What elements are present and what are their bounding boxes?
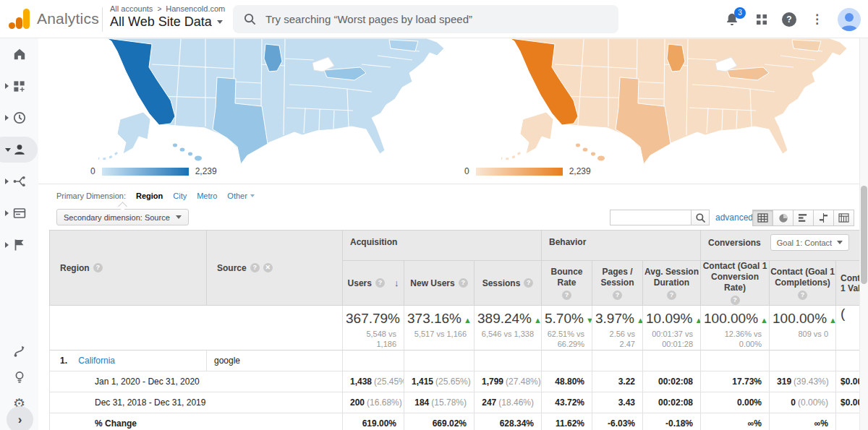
sidebar-item-realtime[interactable] [0,102,38,134]
expand-icon[interactable] [5,179,9,184]
column-header-bounce-rate[interactable]: Bounce Rate? [542,261,592,306]
help-tooltip-icon[interactable]: ? [375,278,385,288]
us-choropleth-orange[interactable] [454,38,853,165]
column-header-pages-session[interactable]: Pages / Session? [592,261,643,306]
column-header-source[interactable]: Source?✕ [207,231,343,306]
vertical-scrollbar[interactable] [859,38,868,430]
column-header-sessions[interactable]: Sessions? [475,261,542,306]
more-options-icon[interactable]: ⋮ [809,13,825,25]
remove-dimension-icon[interactable]: ✕ [263,263,273,272]
account-switcher[interactable]: All accounts > Hansencold.com All Web Si… [110,4,225,30]
help-tooltip-icon[interactable]: ? [459,278,468,288]
help-tooltip-icon[interactable]: ? [667,291,676,300]
help-tooltip-icon[interactable]: ? [250,263,260,272]
expand-icon[interactable] [5,115,9,121]
help-tooltip-icon[interactable]: ? [524,278,533,288]
analytics-logo[interactable]: Analytics [9,8,99,30]
sidebar-item-attribution[interactable] [0,338,38,364]
dimension-option-city[interactable]: City [173,192,187,200]
summary-pages-session: 3.97%▲2.56 vs 2.47 [592,306,643,351]
scrollbar-thumb[interactable] [861,186,867,284]
sidebar-nav: ⚙ › [0,38,38,430]
breadcrumb-site[interactable]: Hansencold.com [166,4,225,13]
column-header-avg-session-duration[interactable]: Avg. Session Duration? [643,261,701,306]
caret-down-icon [176,215,182,219]
help-tooltip-icon[interactable]: ? [798,291,807,300]
us-choropleth-blue[interactable] [51,38,450,165]
notifications-button[interactable]: 3 [724,11,741,28]
avatar[interactable] [838,8,861,31]
clock-icon [12,111,27,125]
chevron-right-icon: › [18,413,22,427]
breadcrumb-separator: > [157,5,161,13]
map-panel-period-comparison: 0 2,239 [454,38,853,184]
table-search-button[interactable] [691,210,710,225]
sidebar-item-behavior[interactable] [0,197,38,229]
dimension-option-metro[interactable]: Metro [197,192,217,200]
region-link-california[interactable]: California [78,356,115,366]
column-header-goal-conversion-rate[interactable]: Contact (Goal 1 Conversion Rate)? [701,261,770,306]
view-name[interactable]: All Web Site Data [110,14,212,30]
help-icon[interactable]: ? [782,12,796,27]
column-header-region[interactable]: Region? [50,231,207,306]
expand-icon[interactable] [5,242,9,248]
pivot-icon [838,213,849,223]
sidebar-item-audience[interactable] [0,134,38,165]
group-header-behavior: Behavior [542,231,701,261]
view-table-button[interactable] [752,210,773,226]
apps-grid-icon[interactable] [754,12,769,27]
sidebar-item-conversions[interactable] [0,229,38,261]
global-search[interactable] [233,5,618,33]
column-header-goal-completions[interactable]: Contact (Goal 1 Completions)? [770,261,836,306]
view-performance-button[interactable] [793,210,814,226]
header-divider [102,7,103,32]
table-search-input[interactable] [610,210,691,225]
breadcrumb-accounts[interactable]: All accounts [110,4,153,13]
summary-avg-session-duration: 10.09%▲00:01:37 vs 00:01:28 [643,306,701,351]
dimension-option-region[interactable]: Region [136,192,163,200]
expand-icon[interactable] [5,83,9,89]
regions-data-table: Region? Source?✕ Acquisition Behavior Co… [49,230,859,430]
view-comparison-button[interactable] [813,210,834,226]
avatar-person-icon [838,9,861,31]
table-toolbar: Secondary dimension: Source advanced [38,207,859,230]
column-header-goal-value[interactable]: Contact (Goal 1 Value) [836,261,859,306]
primary-dimension-label: Primary Dimension: [56,192,126,200]
sidebar-item-home[interactable] [0,38,38,70]
help-tooltip-icon[interactable]: ? [731,296,740,305]
dimension-option-other[interactable]: Other [227,192,247,200]
search-icon [243,12,257,26]
secondary-dimension-button[interactable]: Secondary dimension: Source [56,209,189,225]
trend-up-icon: ▲ [694,316,700,324]
period-row-comparison: Dec 31, 2018 - Dec 31, 2019 200(16.68%) … [50,392,860,413]
caret-down-icon [837,241,843,244]
sidebar-item-discover[interactable] [0,364,38,390]
sidebar-item-acquisition[interactable] [0,165,38,197]
notification-badge: 3 [734,7,746,19]
help-tooltip-icon[interactable]: ? [93,263,103,272]
expand-icon[interactable] [5,210,9,216]
column-header-users[interactable]: Users?↓ [343,261,404,306]
sort-desc-icon[interactable]: ↓ [394,278,399,288]
view-pivot-button[interactable] [833,210,854,226]
trend-down-icon: ▼ [586,316,592,324]
view-caret-icon[interactable] [217,20,223,24]
help-tooltip-icon[interactable]: ? [613,291,622,300]
bar-chart-icon [798,213,809,223]
goal-selector[interactable]: Goal 1: Contact [770,234,849,251]
other-caret-icon[interactable] [250,194,255,197]
collapse-icon[interactable] [5,148,11,152]
summary-completions: 100.00%▲809 vs 0 [770,306,836,351]
help-tooltip-icon[interactable]: ? [562,291,571,300]
group-header-conversions: Conversions Goal 1: Contact [701,231,859,261]
sidebar-item-customization[interactable] [0,70,38,102]
view-percentage-button[interactable] [773,210,793,226]
column-header-new-users[interactable]: New Users? [404,261,475,306]
sidebar-collapse-button[interactable]: › [7,406,33,430]
trend-up-icon: ▲ [534,316,541,324]
search-input[interactable] [265,13,598,25]
legend-gradient-bar [102,168,189,176]
legend-min: 0 [464,166,469,176]
percent-change-label: % Change [50,413,343,430]
advanced-search-link[interactable]: advanced [715,212,753,223]
